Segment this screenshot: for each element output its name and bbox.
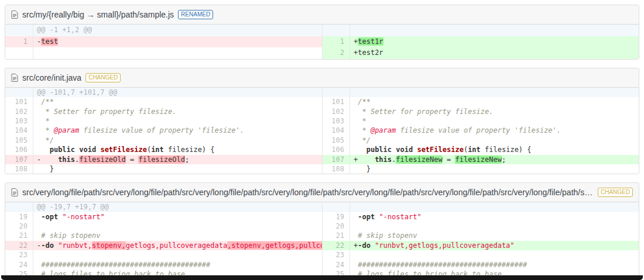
line-number: 21 [5, 231, 33, 240]
diff-pane-right: 101 /**102 * Setter for property filesiz… [322, 88, 639, 174]
code-token: filesizeNew [396, 155, 442, 164]
code-line: --do "runbvt,stopenv,getlogs,pullcoverag… [33, 241, 322, 250]
code-token: public [366, 146, 392, 154]
code-token: ; [185, 155, 189, 164]
file-icon [11, 188, 18, 196]
hunk-gutter [322, 202, 350, 212]
file-name: src/very/long/file/path/src/very/long/fi… [22, 188, 594, 197]
file-icon-glyph [11, 188, 18, 196]
code-token: this [375, 155, 392, 164]
code-token: ######################################## [358, 261, 527, 269]
code-token [41, 155, 58, 164]
code-token: -do [41, 241, 54, 250]
code-token: @param [371, 126, 396, 134]
file-diff-2: src/core/init.javaCHANGED@@ -101,7 +101,… [5, 68, 639, 175]
line-number: 1 [5, 36, 33, 48]
hunk-header-row [322, 25, 639, 36]
code-token: this [58, 155, 75, 164]
line-number: 103 [5, 116, 33, 126]
code-token: } [358, 165, 371, 173]
diff-pane-left: @@ -101,7 +101,7 @@101 /**102 * Setter f… [5, 88, 322, 174]
diff-line-row: 105 */ [322, 136, 639, 145]
code-token: * Setter for property filesize. [358, 108, 493, 116]
line-number: 23 [322, 250, 350, 260]
line-number: 108 [5, 164, 33, 174]
line-number: 21 [322, 231, 350, 240]
code-token: ,stopenv,getlogs,pullcoveragedata [227, 241, 322, 250]
code-token: */ [358, 136, 371, 144]
code-token: stopenv, [92, 241, 126, 250]
code-line [33, 222, 322, 231]
line-number: 22 [5, 241, 33, 250]
code-token: filesize value of property 'filesize'. [396, 126, 561, 134]
line-number: 102 [322, 107, 350, 116]
line-number: 2 [322, 47, 350, 59]
code-token: * [358, 126, 371, 134]
diff-line-row: 2+test2r [322, 47, 639, 59]
code-line: ######################################## [33, 260, 322, 269]
line-number: 105 [322, 136, 350, 145]
code-token: */ [41, 136, 54, 144]
diff-line-row: 1+test1r [322, 36, 639, 48]
code-token: ; [502, 155, 506, 164]
code-token [41, 146, 49, 154]
diff-line-row: 23 [322, 250, 639, 260]
diff-line-row: 103 * [322, 116, 639, 126]
code-token [358, 155, 375, 164]
code-token: setFilesize [417, 146, 463, 154]
diff-line-row: 108 } [5, 164, 322, 174]
hunk-header: @@ -101,7 +101,7 @@ [33, 88, 322, 97]
hunk-header: @@ -19,7 +19,7 @@ [33, 202, 322, 212]
code-token: ######################################## [41, 261, 210, 269]
file-header: src/my/{really/big → small}/path/sample.… [5, 5, 639, 25]
hunk-header-row [322, 88, 639, 97]
line-number: 20 [322, 222, 350, 231]
hunk-header-row: @@ -1 +1,2 @@ [5, 25, 322, 36]
diff-line-row: 104 * @param filesize value of property … [5, 126, 322, 135]
code-line: - this.filesizeOld = filesizeOld; [33, 155, 322, 164]
code-line: } [33, 164, 322, 174]
line-number: 24 [322, 260, 350, 269]
code-token: int [151, 146, 164, 154]
diff-line-row: 24 #####################################… [5, 260, 322, 269]
code-token: filesizeOld [138, 155, 184, 164]
code-token: @param [54, 126, 79, 134]
code-line: public void setFilesize(int filesize) { [350, 145, 639, 154]
diff-line-row: 21 # skip stopenv [322, 231, 639, 240]
code-token: void [79, 146, 96, 154]
file-status-badge: CHANGED [598, 188, 633, 197]
hunk-gutter [322, 88, 350, 97]
hunk-header-row [322, 202, 639, 212]
diff-line-row: 20 [5, 222, 322, 231]
code-line: +test2r [350, 47, 639, 59]
code-line: + this.filesizeNew = filesizeNew; [350, 155, 639, 164]
code-line: +-do "runbvt,getlogs,pullcoveragedata" [350, 241, 639, 250]
code-token: public [50, 146, 75, 154]
file-icon [11, 11, 18, 19]
line-number: 104 [322, 126, 350, 135]
file-icon [11, 74, 18, 82]
hunk-header-row: @@ -101,7 +101,7 @@ [5, 88, 322, 97]
hunk-header-empty [350, 202, 639, 212]
code-token [358, 146, 366, 154]
hunk-gutter [322, 25, 350, 36]
code-token: } [41, 165, 54, 173]
code-token: * Setter for property filesize. [41, 108, 176, 116]
code-line: # skip stopenv [350, 231, 639, 240]
diff-line-row: 104 * @param filesize value of property … [322, 126, 639, 135]
file-diff-3: src/very/long/file/path/src/very/long/fi… [5, 182, 639, 279]
code-token: /** [358, 98, 371, 106]
file-icon-glyph [11, 74, 18, 82]
code-token: "-nostart" [62, 213, 104, 221]
line-number: 106 [322, 145, 350, 154]
file-status-badge: CHANGED [85, 73, 121, 82]
line-number: 22 [322, 241, 350, 250]
hunk-header-empty [350, 88, 639, 97]
diff-line-row: 19 -opt "-nostart" [5, 212, 322, 222]
code-line: * [33, 116, 322, 126]
line-number: 1 [322, 36, 350, 48]
code-token: test1r [358, 37, 383, 46]
file-name: src/core/init.java [22, 73, 81, 82]
hunk-gutter [5, 25, 33, 36]
code-line: } [350, 164, 639, 174]
